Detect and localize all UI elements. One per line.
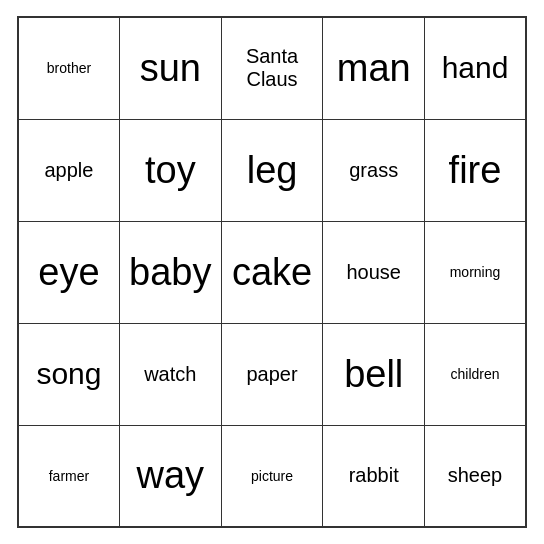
bingo-cell: toy <box>119 119 221 221</box>
bingo-cell: way <box>119 425 221 527</box>
bingo-cell: house <box>323 221 425 323</box>
bingo-table: brothersunSantaClausmanhandappletoyleggr… <box>17 16 527 528</box>
bingo-cell: brother <box>18 17 119 119</box>
bingo-cell: eye <box>18 221 119 323</box>
bingo-cell: watch <box>119 323 221 425</box>
bingo-cell: paper <box>221 323 323 425</box>
bingo-cell: picture <box>221 425 323 527</box>
bingo-cell: leg <box>221 119 323 221</box>
bingo-cell: rabbit <box>323 425 425 527</box>
bingo-cell: baby <box>119 221 221 323</box>
bingo-cell: farmer <box>18 425 119 527</box>
bingo-cell: song <box>18 323 119 425</box>
bingo-cell: cake <box>221 221 323 323</box>
bingo-cell: fire <box>425 119 527 221</box>
bingo-cell: bell <box>323 323 425 425</box>
bingo-cell: children <box>425 323 527 425</box>
bingo-cell: hand <box>425 17 527 119</box>
bingo-cell: grass <box>323 119 425 221</box>
bingo-cell: SantaClaus <box>221 17 323 119</box>
bingo-cell: morning <box>425 221 527 323</box>
bingo-cell: apple <box>18 119 119 221</box>
bingo-cell: sun <box>119 17 221 119</box>
bingo-cell: sheep <box>425 425 527 527</box>
bingo-cell: man <box>323 17 425 119</box>
